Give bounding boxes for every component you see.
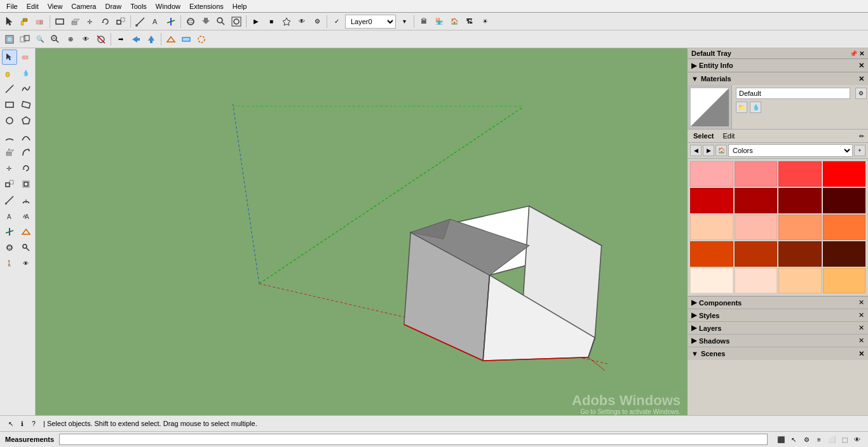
lt-followme[interactable] <box>18 145 34 160</box>
tool-component[interactable] <box>3 32 17 46</box>
lt-offset[interactable] <box>18 177 34 192</box>
material-name-input[interactable] <box>736 88 850 99</box>
btn-extension-warehouse[interactable]: 🏪 <box>432 15 446 29</box>
swatch-17[interactable] <box>690 268 733 293</box>
lt-push-pull[interactable] <box>2 145 17 160</box>
tool-orbit[interactable] <box>184 15 198 29</box>
tool-rotate[interactable] <box>98 15 112 29</box>
layer-selector[interactable]: Layer0 <box>345 15 396 29</box>
menu-window[interactable]: Window <box>152 1 184 11</box>
tool-display-section[interactable] <box>194 32 208 46</box>
swatch-8[interactable] <box>823 188 866 213</box>
swatch-16[interactable] <box>823 241 866 267</box>
mat-settings-btn[interactable]: ⚙ <box>855 88 867 99</box>
menu-extensions[interactable]: Extensions <box>186 1 227 11</box>
btn-settings[interactable]: ⚙ <box>310 15 324 29</box>
menu-help[interactable]: Help <box>229 1 251 11</box>
bottom-icon-4[interactable]: ≡ <box>813 434 825 445</box>
lt-line[interactable] <box>2 81 17 97</box>
nav-add[interactable]: + <box>854 145 865 156</box>
layers-section[interactable]: ▶ Layers ✕ <box>688 322 868 335</box>
mat-browse-btn[interactable]: 📁 <box>736 102 747 113</box>
viewport[interactable]: Adobs Windows Go to Settings to activate… <box>36 48 687 415</box>
swatch-18[interactable] <box>735 268 778 293</box>
tool-pan[interactable] <box>199 15 213 29</box>
materials-header[interactable]: ▼ Materials ✕ <box>688 72 868 85</box>
tool-section-plane[interactable] <box>164 32 178 46</box>
tool-eraser[interactable] <box>33 15 47 29</box>
tool-crosshair[interactable]: ⊕ <box>64 32 78 46</box>
swatch-1[interactable] <box>690 161 733 187</box>
tool-push[interactable] <box>68 15 82 29</box>
lt-eraser[interactable] <box>18 50 34 65</box>
tool-search[interactable]: 🔍 <box>33 32 47 46</box>
btn-walk[interactable] <box>280 15 294 29</box>
lt-3dtext[interactable]: AA <box>18 208 34 223</box>
lt-freehand[interactable] <box>18 81 34 97</box>
layers-close[interactable]: ✕ <box>858 324 864 332</box>
swatch-5[interactable] <box>690 188 733 213</box>
bottom-icon-7[interactable]: 👁 <box>851 434 863 445</box>
btn-sun[interactable]: ☀ <box>478 15 492 29</box>
tool-zoom2[interactable] <box>48 32 62 46</box>
swatch-3[interactable] <box>778 161 822 187</box>
tool-tape[interactable] <box>133 15 147 29</box>
tool-axes[interactable] <box>164 15 178 29</box>
colors-dropdown[interactable]: Colors Brick and Cladding Carpet and Tex… <box>728 144 853 157</box>
tray-pin-icon[interactable]: 📌 <box>850 50 857 57</box>
lt-arc2[interactable] <box>18 129 34 144</box>
tool-rect[interactable] <box>53 15 67 29</box>
tool-scale[interactable] <box>114 15 128 29</box>
btn-home[interactable]: 🏠 <box>447 15 461 29</box>
entity-info-header[interactable]: ▶ Entity Info ✕ <box>688 59 868 72</box>
lt-circle[interactable] <box>2 113 17 128</box>
lt-walk[interactable]: 🚶 <box>2 256 17 271</box>
swatch-9[interactable] <box>690 215 733 240</box>
swatch-14[interactable] <box>735 241 778 267</box>
menu-draw[interactable]: Draw <box>101 1 125 11</box>
entity-info-close[interactable]: ✕ <box>858 62 864 70</box>
tool-arrow-l[interactable] <box>129 32 143 46</box>
tool-group[interactable] <box>18 32 32 46</box>
swatch-11[interactable] <box>778 215 822 240</box>
lt-paint[interactable] <box>2 65 17 81</box>
status-icon-select[interactable]: ↖ <box>5 418 17 429</box>
swatch-12[interactable] <box>823 215 866 240</box>
menu-file[interactable]: File <box>3 1 22 11</box>
btn-model[interactable]: 🏗 <box>463 15 477 29</box>
bottom-icon-1[interactable]: ⬛ <box>775 434 787 445</box>
swatch-15[interactable] <box>778 241 822 267</box>
menu-view[interactable]: View <box>44 1 67 11</box>
lt-rotate[interactable] <box>18 161 34 176</box>
status-icon-info[interactable]: ℹ <box>17 418 28 429</box>
components-close[interactable]: ✕ <box>858 298 864 307</box>
tool-text[interactable]: A <box>149 15 163 29</box>
tool-arrow-r[interactable]: ➡ <box>114 32 128 46</box>
btn-play[interactable]: ▶ <box>249 15 263 29</box>
tool-move[interactable]: ✛ <box>83 15 97 29</box>
btn-layer-check[interactable]: ✓ <box>330 15 344 29</box>
styles-close[interactable]: ✕ <box>858 311 864 319</box>
lt-orbit[interactable] <box>2 240 17 255</box>
measurements-input[interactable] <box>59 434 768 445</box>
btn-stop[interactable]: ■ <box>264 15 278 29</box>
status-icon-question[interactable]: ? <box>28 418 39 429</box>
bottom-icon-2[interactable]: ↖ <box>788 434 799 445</box>
menu-edit[interactable]: Edit <box>23 1 43 11</box>
shadows-section[interactable]: ▶ Shadows ✕ <box>688 335 868 347</box>
materials-close[interactable]: ✕ <box>858 75 864 83</box>
lt-lookaround[interactable]: 👁 <box>18 256 34 271</box>
scenes-header[interactable]: ▼ Scenes ✕ <box>688 347 868 360</box>
tool-show[interactable] <box>94 32 108 46</box>
nav-back[interactable]: ◀ <box>690 145 702 156</box>
tool-arrow-u[interactable] <box>144 32 158 46</box>
tab-select[interactable]: Select <box>691 131 715 140</box>
swatch-4[interactable] <box>823 161 866 187</box>
swatch-10[interactable] <box>735 215 778 240</box>
btn-look-around[interactable]: 👁 <box>295 15 309 29</box>
lt-zoom-tool[interactable] <box>18 240 34 255</box>
components-section[interactable]: ▶ Components ✕ <box>688 297 868 309</box>
mat-sample-btn[interactable]: 💧 <box>750 102 761 113</box>
nav-home[interactable]: 🏠 <box>715 145 727 156</box>
tool-zoom-extent[interactable] <box>229 15 243 29</box>
